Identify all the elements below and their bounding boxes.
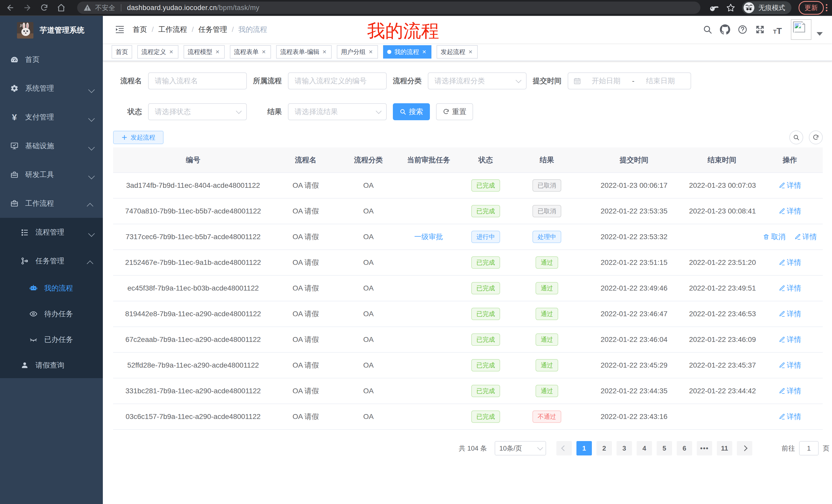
sidebar: 芋道管理系统 首页 系统管理 ¥ 支付管 bbox=[0, 16, 103, 504]
result-select[interactable]: 请选择流结果 bbox=[288, 103, 387, 120]
github-button[interactable] bbox=[720, 24, 730, 35]
current-task-link[interactable]: 一级审批 bbox=[414, 233, 443, 241]
breadcrumb-home[interactable]: 首页 bbox=[133, 25, 147, 34]
screen: 不安全 dashboard.yudao.iocoder.cn/bpm/task/… bbox=[0, 0, 832, 504]
category-select[interactable]: 请选择流程分类 bbox=[428, 73, 526, 89]
end-date-input[interactable]: 结束日期 bbox=[635, 76, 685, 86]
page-button-11[interactable]: 11 bbox=[717, 441, 732, 455]
header-search-button[interactable] bbox=[702, 24, 713, 35]
browser-reload-button[interactable] bbox=[39, 3, 49, 13]
page-button-2[interactable]: 2 bbox=[597, 441, 612, 455]
close-icon[interactable]: ✕ bbox=[261, 49, 267, 55]
breadcrumb-workflow[interactable]: 工作流程 bbox=[158, 25, 187, 34]
cancel-link[interactable]: 取消 bbox=[763, 232, 785, 242]
sidebar-item-home[interactable]: 首页 bbox=[0, 45, 103, 74]
trash-icon bbox=[763, 233, 770, 240]
process-name-input[interactable]: 请输入流程名 bbox=[148, 73, 247, 89]
breadcrumb-task-mgmt[interactable]: 任务管理 bbox=[199, 25, 227, 34]
sidebar-item-process-mgmt[interactable]: 流程管理 bbox=[0, 218, 103, 247]
page-size-select[interactable]: 10条/页 bbox=[495, 441, 546, 455]
close-icon[interactable]: ✕ bbox=[321, 49, 328, 55]
close-icon[interactable]: ✕ bbox=[368, 49, 374, 55]
tab-my-process[interactable]: 我的流程✕ bbox=[383, 45, 432, 59]
close-icon[interactable]: ✕ bbox=[467, 49, 474, 55]
password-key-button[interactable] bbox=[709, 3, 719, 13]
edit-icon bbox=[779, 259, 785, 266]
pagination-total: 共 104 条 bbox=[459, 444, 487, 453]
browser-back-button[interactable] bbox=[5, 3, 16, 13]
sidebar-item-workflow[interactable]: 工作流程 bbox=[0, 189, 103, 218]
tab-create-process[interactable]: 发起流程✕ bbox=[437, 45, 478, 59]
detail-link[interactable]: 详情 bbox=[779, 283, 801, 293]
org-tree-icon bbox=[21, 257, 29, 265]
result-badge: 通过 bbox=[536, 333, 558, 346]
page-button-1[interactable]: 1 bbox=[576, 441, 592, 455]
tab-process-definition[interactable]: 流程定义✕ bbox=[137, 45, 178, 59]
sidebar-item-todo-task[interactable]: 待办任务 bbox=[0, 301, 103, 327]
chevron-down-icon bbox=[88, 173, 93, 181]
parent-process-input[interactable]: 请输入流程定义的编号 bbox=[288, 73, 387, 89]
page-button-5[interactable]: 5 bbox=[657, 441, 672, 455]
font-size-button[interactable]: TT bbox=[772, 24, 783, 35]
back-icon bbox=[6, 3, 15, 12]
user-menu[interactable] bbox=[791, 19, 823, 40]
page-content: 流程名 请输入流程名 所属流程 请输入流程定义的编号 流程分类 请选择流程分类 … bbox=[103, 61, 832, 504]
page-more-button[interactable]: ••• bbox=[697, 441, 712, 455]
close-icon[interactable]: ✕ bbox=[214, 49, 220, 55]
page-jump-input[interactable]: 1 bbox=[799, 441, 818, 455]
close-icon[interactable]: ✕ bbox=[421, 49, 427, 55]
detail-link[interactable]: 详情 bbox=[779, 335, 801, 344]
detail-link[interactable]: 详情 bbox=[779, 258, 801, 268]
detail-link[interactable]: 详情 bbox=[794, 232, 817, 242]
fullscreen-button[interactable] bbox=[755, 24, 765, 35]
status-badge: 已完成 bbox=[471, 282, 500, 295]
tab-process-form-edit[interactable]: 流程表单-编辑✕ bbox=[276, 45, 332, 59]
help-button[interactable] bbox=[737, 24, 748, 35]
reset-button[interactable]: 重置 bbox=[436, 103, 473, 120]
detail-link[interactable]: 详情 bbox=[779, 412, 801, 422]
sidebar-item-my-process[interactable]: 我的流程 bbox=[0, 275, 103, 301]
start-date-input[interactable]: 开始日期 bbox=[581, 76, 631, 86]
table-header-row: 编号 流程名 流程分类 当前审批任务 状态 结果 提交时间 结束时间 操作 bbox=[113, 147, 823, 173]
search-button[interactable]: 搜索 bbox=[393, 103, 430, 120]
sidebar-item-label: 首页 bbox=[25, 55, 40, 64]
address-bar[interactable]: 不安全 dashboard.yudao.iocoder.cn/bpm/task/… bbox=[77, 2, 700, 14]
create-process-button[interactable]: 发起流程 bbox=[113, 131, 163, 144]
browser-home-button[interactable] bbox=[56, 3, 66, 13]
browser-forward-button[interactable] bbox=[22, 3, 32, 13]
detail-link[interactable]: 详情 bbox=[779, 206, 801, 216]
page-button-3[interactable]: 3 bbox=[617, 441, 632, 455]
chevron-down-icon bbox=[88, 230, 93, 239]
page-button-4[interactable]: 4 bbox=[636, 441, 652, 455]
submit-time-range-picker[interactable]: 开始日期 - 结束日期 bbox=[568, 73, 691, 89]
refresh-table-button[interactable] bbox=[809, 131, 823, 144]
sidebar-item-devtool[interactable]: 研发工具 bbox=[0, 160, 103, 189]
prev-page-button[interactable] bbox=[556, 441, 572, 455]
detail-link[interactable]: 详情 bbox=[779, 309, 801, 319]
star-icon bbox=[726, 3, 735, 12]
sidebar-item-task-mgmt[interactable]: 任务管理 bbox=[0, 247, 103, 275]
sidebar-item-infra[interactable]: 基础设施 bbox=[0, 132, 103, 160]
detail-link[interactable]: 详情 bbox=[779, 180, 801, 190]
chrome-update-button[interactable]: 更新 bbox=[799, 1, 824, 15]
sidebar-item-leave-query[interactable]: 请假查询 bbox=[0, 353, 103, 378]
tab-process-model[interactable]: 流程模型✕ bbox=[184, 45, 225, 59]
sidebar-item-system[interactable]: 系统管理 bbox=[0, 74, 103, 103]
tab-home[interactable]: 首页 bbox=[111, 45, 132, 59]
edit-icon bbox=[779, 208, 785, 215]
page-button-6[interactable]: 6 bbox=[677, 441, 692, 455]
sidebar-collapse-button[interactable] bbox=[103, 24, 133, 35]
bookmark-star-button[interactable] bbox=[726, 3, 736, 13]
close-icon[interactable]: ✕ bbox=[168, 49, 174, 55]
detail-link[interactable]: 详情 bbox=[779, 360, 801, 370]
sidebar-logo[interactable]: 芋道管理系统 bbox=[0, 18, 103, 43]
sidebar-item-pay[interactable]: ¥ 支付管理 bbox=[0, 103, 103, 132]
status-select[interactable]: 请选择状态 bbox=[148, 103, 247, 120]
browser-menu-icon[interactable] bbox=[826, 4, 827, 11]
tab-user-group[interactable]: 用户分组✕ bbox=[337, 45, 378, 59]
sidebar-item-done-task[interactable]: 已办任务 bbox=[0, 327, 103, 353]
next-page-button[interactable] bbox=[737, 441, 752, 455]
tab-process-form[interactable]: 流程表单✕ bbox=[230, 45, 271, 59]
detail-link[interactable]: 详情 bbox=[779, 386, 801, 396]
toggle-search-button[interactable] bbox=[789, 131, 803, 144]
